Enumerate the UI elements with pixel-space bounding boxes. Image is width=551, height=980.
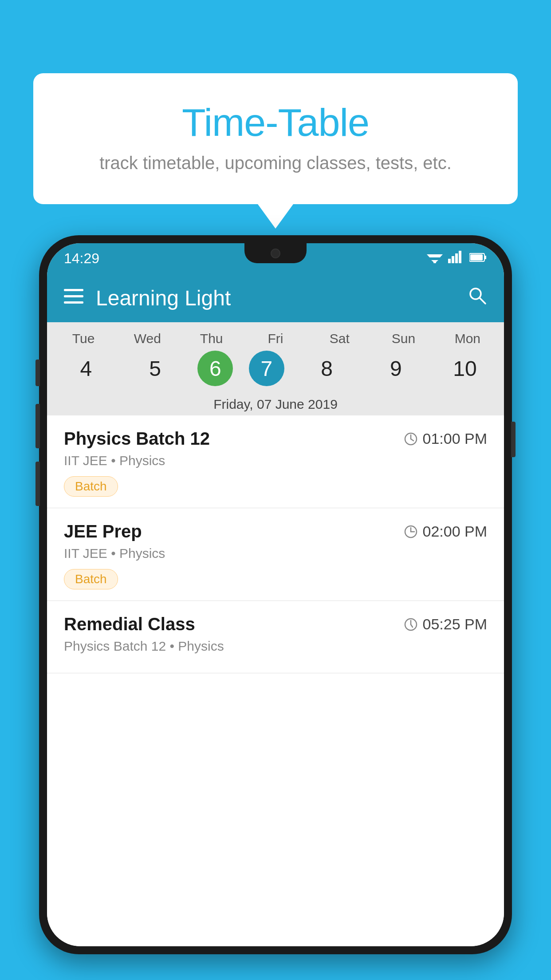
clock-icon-3 [404,617,418,632]
schedule-item-1-subtitle: IIT JEE • Physics [64,453,487,468]
signal-icon [448,251,464,266]
svg-line-15 [480,298,485,304]
power-button [511,422,516,457]
svg-rect-6 [455,253,458,263]
day-header-thu: Thu [185,331,238,346]
phone-outer: 14:29 [39,235,512,954]
speech-bubble-tail [258,204,293,229]
schedule-item-1-title: Physics Batch 12 [64,429,210,449]
mute-button [35,360,40,386]
search-icon[interactable] [468,286,487,310]
svg-rect-12 [64,295,83,297]
phone-screen: 14:29 [47,243,504,946]
clock-icon-2 [404,525,418,539]
wifi-icon [427,251,443,266]
volume-up-button [35,404,40,448]
phone-notch [244,243,307,263]
svg-rect-7 [459,251,461,263]
day-7-selected[interactable]: 7 [249,351,284,386]
day-header-sun: Sun [377,331,430,346]
day-header-tue: Tue [57,331,110,346]
svg-rect-13 [64,301,83,304]
speech-bubble: Time-Table track timetable, upcoming cla… [33,73,518,204]
schedule-item-1-header: Physics Batch 12 01:00 PM [64,429,487,449]
day-header-mon: Mon [441,331,494,346]
status-icons [427,251,487,266]
batch-badge-1: Batch [64,476,118,497]
schedule-item-2-time: 02:00 PM [404,523,487,540]
schedule-item-2[interactable]: JEE Prep 02:00 PM IIT JEE • Physics [47,508,504,601]
day-header-fri: Fri [249,331,302,346]
svg-rect-5 [452,256,454,263]
svg-rect-10 [470,254,483,261]
day-6-today[interactable]: 6 [197,351,233,386]
phone-mockup: 14:29 [39,235,512,980]
schedule-list: Physics Batch 12 01:00 PM IIT JEE • Ph [47,415,504,946]
svg-rect-9 [484,256,486,259]
day-numbers: 4 5 6 7 8 9 10 [51,351,500,386]
status-time: 14:29 [64,250,99,267]
schedule-item-3-time: 05:25 PM [404,616,487,633]
schedule-item-3-header: Remedial Class 05:25 PM [64,614,487,634]
speech-bubble-section: Time-Table track timetable, upcoming cla… [33,73,518,229]
selected-date: Friday, 07 June 2019 [47,391,504,415]
schedule-item-1[interactable]: Physics Batch 12 01:00 PM IIT JEE • Ph [47,415,504,508]
day-header-wed: Wed [121,331,174,346]
schedule-item-3[interactable]: Remedial Class 05:25 PM Physics Batch [47,601,504,673]
svg-rect-11 [64,289,83,291]
svg-line-18 [411,439,413,441]
volume-down-button [35,462,40,506]
svg-line-24 [411,624,413,627]
day-10[interactable]: 10 [438,351,492,386]
schedule-item-3-title: Remedial Class [64,614,195,634]
schedule-item-1-time: 01:00 PM [404,430,487,447]
clock-icon-1 [404,432,418,446]
svg-rect-4 [448,259,451,263]
day-9[interactable]: 9 [369,351,422,386]
day-headers: Tue Wed Thu Fri Sat Sun Mon [51,331,500,346]
batch-badge-2: Batch [64,569,118,589]
schedule-item-2-title: JEE Prep [64,522,142,541]
calendar-strip: Tue Wed Thu Fri Sat Sun Mon 4 5 6 7 8 [47,322,504,391]
day-8[interactable]: 8 [300,351,354,386]
front-camera [271,249,280,258]
hamburger-icon[interactable] [64,288,83,307]
day-header-sat: Sat [313,331,366,346]
feature-title: Time-Table [69,100,482,145]
app-title: Learning Light [96,286,455,310]
day-5[interactable]: 5 [129,351,182,386]
schedule-item-2-header: JEE Prep 02:00 PM [64,522,487,541]
app-bar: Learning Light [47,273,504,322]
schedule-item-3-subtitle: Physics Batch 12 • Physics [64,639,487,654]
schedule-item-2-subtitle: IIT JEE • Physics [64,546,487,561]
battery-icon [469,251,487,265]
feature-subtitle: track timetable, upcoming classes, tests… [69,153,482,173]
day-4[interactable]: 4 [59,351,113,386]
